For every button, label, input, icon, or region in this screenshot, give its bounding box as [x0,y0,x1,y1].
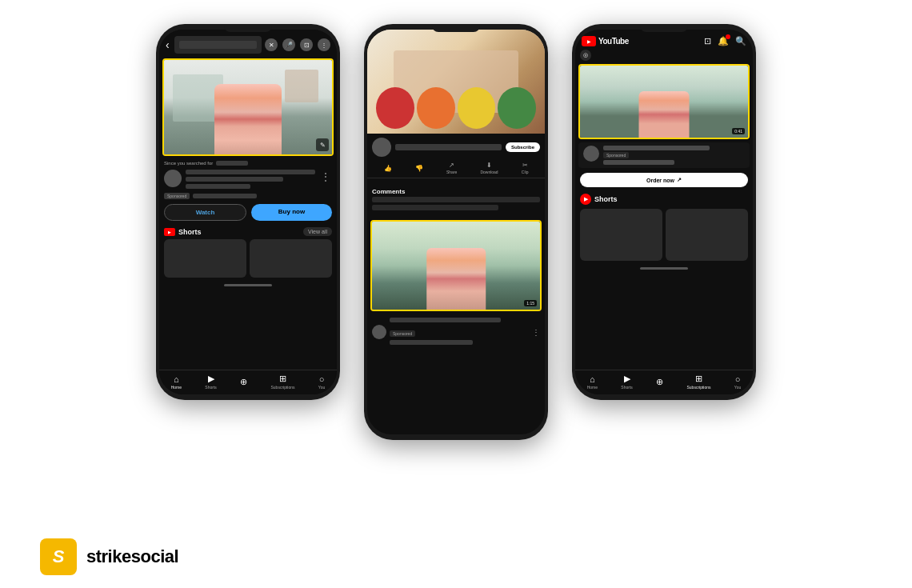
middle-sponsored-avatar [372,325,386,339]
right-nav-you[interactable]: ○ You [734,374,741,390]
phone-right: ▶ YouTube ⊡ 🔔 🔍 ◎ [572,24,756,400]
left-sponsored-badge: Sponsored [164,193,190,199]
right-main-video[interactable]: 0:41 [578,64,750,139]
orange [417,87,455,129]
left-search-bar[interactable] [174,36,262,54]
right-nav-shorts-label: Shorts [621,385,632,390]
right-video-image [580,66,748,138]
buy-now-button[interactable]: Buy now [251,204,332,221]
right-duration-badge: 0:41 [732,128,745,134]
right-ad-avatar [583,146,599,162]
back-icon[interactable]: ‹ [166,38,170,51]
right-nav-shorts[interactable]: ▶ Shorts [621,374,632,390]
right-sponsored-tag: Sponsored [603,152,629,158]
like-button[interactable]: 👍 [384,165,392,172]
left-nav-subs-label: Subscriptions [271,385,295,390]
search-icon-right[interactable]: 🔍 [735,36,746,46]
veggies-area [376,87,536,129]
notification-dot [726,34,730,39]
left-nav-create[interactable]: ⊕ [240,377,247,387]
right-nav-home[interactable]: ⌂ Home [587,374,598,390]
clip-icon: ✂ [522,162,528,169]
right-short-thumb-1[interactable] [580,209,662,261]
left-shorts-section: Shorts View all [159,224,337,281]
cast-icon-right[interactable]: ⊡ [704,36,711,46]
middle-more-button[interactable]: ⋮ [532,328,540,337]
right-ad-sub [603,160,674,165]
more-icon[interactable]: ⋮ [318,38,330,51]
left-search-inner [179,41,257,49]
left-nav-shorts[interactable]: ▶ Shorts [205,374,216,390]
right-shorts-header: ▶ Shorts [580,194,748,205]
clip-button[interactable]: ✂ Clip [522,162,529,174]
bell-icon[interactable]: 🔔 [718,36,729,46]
share-button[interactable]: ↗ Share [446,162,457,174]
compass-icon[interactable]: ◎ [580,50,591,61]
right-subs-icon: ⊞ [695,374,702,384]
right-person [639,91,690,138]
cast-icon[interactable]: ⊡ [300,38,313,51]
create-icon: ⊕ [240,377,247,387]
middle-notch [432,24,480,32]
left-short-thumb-1[interactable] [164,239,246,278]
comment-bar-2 [372,205,498,210]
page-container: ‹ ✕ 🎤 ⊡ ⋮ [0,0,912,588]
left-shorts-thumbs [164,239,332,278]
left-main-video[interactable]: ✎ [162,58,334,156]
order-now-button[interactable]: Order now ↗ [580,173,748,187]
download-button[interactable]: ⬇ Download [480,162,498,174]
right-nav-subs-label: Subscriptions [687,385,711,390]
left-nav-you[interactable]: ○ You [318,374,325,390]
middle-channel-avatar [372,138,391,157]
middle-channel-name [395,144,502,150]
right-nav-create[interactable]: ⊕ [656,377,663,387]
watch-button[interactable]: Watch [164,204,246,221]
middle-sp-bar-1 [390,318,501,322]
right-ad-section: Sponsored [578,142,750,168]
middle-recommended-video[interactable]: 1:15 [370,220,542,311]
order-now-label: Order now [646,178,674,183]
brand-name: strikesocial [86,546,178,567]
right-shorts-label: Shorts [594,195,618,203]
close-icon[interactable]: ✕ [265,38,278,51]
middle-comments-section: Comments [367,178,545,217]
right-notch [640,24,688,32]
left-kitchen-scene [164,60,332,154]
right-nav-you-label: You [734,385,741,390]
right-bottom-nav: ⌂ Home ▶ Shorts ⊕ ⊞ Subscriptions [575,370,753,394]
subscribe-button[interactable]: Subscribe [506,142,540,152]
middle-top-video[interactable] [367,30,545,134]
video-duration-badge: 1:15 [524,300,537,306]
right-short-thumb-2[interactable] [666,209,748,261]
right-nav-subs[interactable]: ⊞ Subscriptions [687,374,711,390]
rec-person [426,248,486,310]
left-channel-sub [186,177,283,182]
left-short-thumb-2[interactable] [250,239,332,278]
left-yt-shorts-icon [164,228,175,236]
yellow-veg [458,87,496,129]
home-icon: ⌂ [174,374,179,384]
middle-channel-row: Subscribe [367,134,545,158]
left-nav-home[interactable]: ⌂ Home [171,374,182,390]
left-phone-screen: ‹ ✕ 🎤 ⊡ ⋮ [159,30,337,394]
tomato [376,87,414,129]
left-shorts-label: Shorts [178,228,202,236]
left-more-button[interactable]: ⋮ [319,170,332,184]
left-top-icons: ✕ 🎤 ⊡ ⋮ [265,38,330,51]
left-nav-you-label: You [318,385,325,390]
download-icon: ⬇ [486,162,492,169]
dislike-button[interactable]: 👎 [415,165,423,172]
left-shorts-title-row: Shorts [164,228,202,236]
brand-logo-letter: S [53,546,65,567]
left-channel-info [186,170,315,189]
view-all-button[interactable]: View all [303,227,332,236]
watch-buy-row: Watch Buy now [159,201,337,224]
edit-icon[interactable]: ✎ [316,138,329,151]
mic-icon[interactable]: 🎤 [282,38,295,51]
right-phone-screen: ▶ YouTube ⊡ 🔔 🔍 ◎ [575,30,753,394]
right-nav-home-label: Home [587,385,598,390]
left-nav-subs[interactable]: ⊞ Subscriptions [271,374,295,390]
share-icon: ↗ [449,162,454,169]
brand-name-regular: social [131,546,178,566]
left-sponsored-row: Sponsored [159,191,337,201]
